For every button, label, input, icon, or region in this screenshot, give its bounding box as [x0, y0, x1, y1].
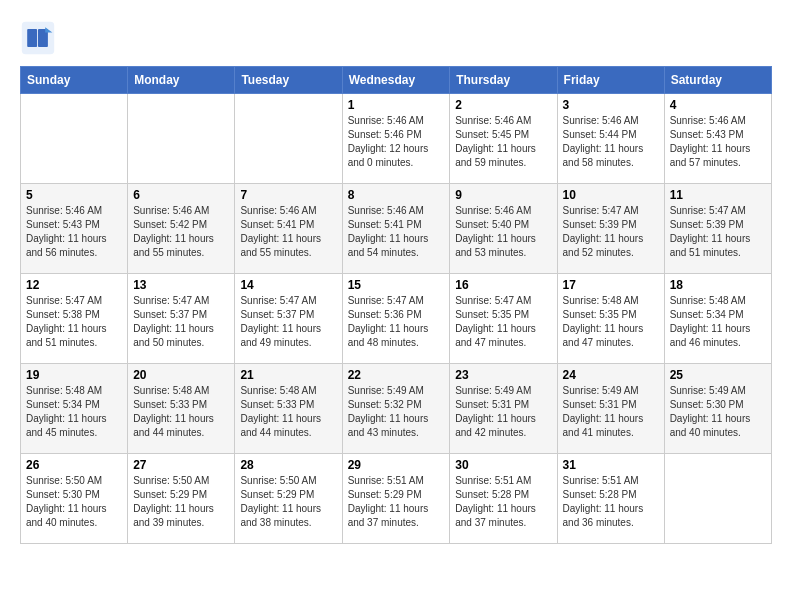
day-info: Sunrise: 5:50 AMSunset: 5:30 PMDaylight:…: [26, 474, 122, 530]
day-info: Sunrise: 5:46 AMSunset: 5:42 PMDaylight:…: [133, 204, 229, 260]
day-number: 20: [133, 368, 229, 382]
calendar-cell: 30Sunrise: 5:51 AMSunset: 5:28 PMDayligh…: [450, 454, 557, 544]
day-number: 17: [563, 278, 659, 292]
day-number: 12: [26, 278, 122, 292]
day-number: 16: [455, 278, 551, 292]
calendar-cell: 23Sunrise: 5:49 AMSunset: 5:31 PMDayligh…: [450, 364, 557, 454]
calendar-cell: 6Sunrise: 5:46 AMSunset: 5:42 PMDaylight…: [128, 184, 235, 274]
weekday-header-monday: Monday: [128, 67, 235, 94]
day-info: Sunrise: 5:46 AMSunset: 5:45 PMDaylight:…: [455, 114, 551, 170]
day-number: 6: [133, 188, 229, 202]
day-info: Sunrise: 5:46 AMSunset: 5:41 PMDaylight:…: [240, 204, 336, 260]
day-info: Sunrise: 5:47 AMSunset: 5:37 PMDaylight:…: [240, 294, 336, 350]
day-info: Sunrise: 5:51 AMSunset: 5:28 PMDaylight:…: [563, 474, 659, 530]
day-number: 19: [26, 368, 122, 382]
calendar-week-4: 19Sunrise: 5:48 AMSunset: 5:34 PMDayligh…: [21, 364, 772, 454]
day-number: 24: [563, 368, 659, 382]
day-info: Sunrise: 5:46 AMSunset: 5:44 PMDaylight:…: [563, 114, 659, 170]
day-number: 31: [563, 458, 659, 472]
calendar-cell: 2Sunrise: 5:46 AMSunset: 5:45 PMDaylight…: [450, 94, 557, 184]
calendar-week-2: 5Sunrise: 5:46 AMSunset: 5:43 PMDaylight…: [21, 184, 772, 274]
calendar-cell: 17Sunrise: 5:48 AMSunset: 5:35 PMDayligh…: [557, 274, 664, 364]
day-number: 9: [455, 188, 551, 202]
day-number: 7: [240, 188, 336, 202]
day-number: 14: [240, 278, 336, 292]
calendar-cell: 20Sunrise: 5:48 AMSunset: 5:33 PMDayligh…: [128, 364, 235, 454]
day-info: Sunrise: 5:51 AMSunset: 5:29 PMDaylight:…: [348, 474, 445, 530]
day-info: Sunrise: 5:46 AMSunset: 5:43 PMDaylight:…: [26, 204, 122, 260]
day-info: Sunrise: 5:51 AMSunset: 5:28 PMDaylight:…: [455, 474, 551, 530]
day-info: Sunrise: 5:46 AMSunset: 5:41 PMDaylight:…: [348, 204, 445, 260]
day-info: Sunrise: 5:50 AMSunset: 5:29 PMDaylight:…: [240, 474, 336, 530]
calendar-week-5: 26Sunrise: 5:50 AMSunset: 5:30 PMDayligh…: [21, 454, 772, 544]
weekday-header-tuesday: Tuesday: [235, 67, 342, 94]
calendar-cell: [128, 94, 235, 184]
calendar-cell: 29Sunrise: 5:51 AMSunset: 5:29 PMDayligh…: [342, 454, 450, 544]
calendar-cell: 3Sunrise: 5:46 AMSunset: 5:44 PMDaylight…: [557, 94, 664, 184]
calendar-cell: 21Sunrise: 5:48 AMSunset: 5:33 PMDayligh…: [235, 364, 342, 454]
day-info: Sunrise: 5:49 AMSunset: 5:32 PMDaylight:…: [348, 384, 445, 440]
page-header: [20, 20, 772, 56]
calendar-cell: 27Sunrise: 5:50 AMSunset: 5:29 PMDayligh…: [128, 454, 235, 544]
day-number: 10: [563, 188, 659, 202]
day-number: 23: [455, 368, 551, 382]
day-number: 29: [348, 458, 445, 472]
calendar-cell: 5Sunrise: 5:46 AMSunset: 5:43 PMDaylight…: [21, 184, 128, 274]
day-info: Sunrise: 5:46 AMSunset: 5:40 PMDaylight:…: [455, 204, 551, 260]
svg-rect-1: [27, 29, 37, 47]
day-info: Sunrise: 5:47 AMSunset: 5:38 PMDaylight:…: [26, 294, 122, 350]
calendar-cell: [664, 454, 771, 544]
day-info: Sunrise: 5:48 AMSunset: 5:34 PMDaylight:…: [670, 294, 766, 350]
calendar-cell: [21, 94, 128, 184]
day-number: 27: [133, 458, 229, 472]
day-number: 28: [240, 458, 336, 472]
day-info: Sunrise: 5:47 AMSunset: 5:37 PMDaylight:…: [133, 294, 229, 350]
calendar-cell: 25Sunrise: 5:49 AMSunset: 5:30 PMDayligh…: [664, 364, 771, 454]
calendar-cell: 9Sunrise: 5:46 AMSunset: 5:40 PMDaylight…: [450, 184, 557, 274]
day-number: 13: [133, 278, 229, 292]
calendar-cell: 11Sunrise: 5:47 AMSunset: 5:39 PMDayligh…: [664, 184, 771, 274]
day-number: 18: [670, 278, 766, 292]
calendar-cell: 8Sunrise: 5:46 AMSunset: 5:41 PMDaylight…: [342, 184, 450, 274]
calendar-cell: 13Sunrise: 5:47 AMSunset: 5:37 PMDayligh…: [128, 274, 235, 364]
calendar-cell: 10Sunrise: 5:47 AMSunset: 5:39 PMDayligh…: [557, 184, 664, 274]
calendar-cell: 24Sunrise: 5:49 AMSunset: 5:31 PMDayligh…: [557, 364, 664, 454]
calendar-header-row: SundayMondayTuesdayWednesdayThursdayFrid…: [21, 67, 772, 94]
weekday-header-thursday: Thursday: [450, 67, 557, 94]
calendar-week-3: 12Sunrise: 5:47 AMSunset: 5:38 PMDayligh…: [21, 274, 772, 364]
day-info: Sunrise: 5:47 AMSunset: 5:39 PMDaylight:…: [563, 204, 659, 260]
calendar-cell: [235, 94, 342, 184]
day-info: Sunrise: 5:48 AMSunset: 5:33 PMDaylight:…: [133, 384, 229, 440]
calendar-cell: 7Sunrise: 5:46 AMSunset: 5:41 PMDaylight…: [235, 184, 342, 274]
calendar-cell: 26Sunrise: 5:50 AMSunset: 5:30 PMDayligh…: [21, 454, 128, 544]
weekday-header-friday: Friday: [557, 67, 664, 94]
day-number: 30: [455, 458, 551, 472]
day-number: 22: [348, 368, 445, 382]
calendar-cell: 19Sunrise: 5:48 AMSunset: 5:34 PMDayligh…: [21, 364, 128, 454]
calendar-cell: 15Sunrise: 5:47 AMSunset: 5:36 PMDayligh…: [342, 274, 450, 364]
calendar-cell: 14Sunrise: 5:47 AMSunset: 5:37 PMDayligh…: [235, 274, 342, 364]
day-number: 25: [670, 368, 766, 382]
day-info: Sunrise: 5:46 AMSunset: 5:43 PMDaylight:…: [670, 114, 766, 170]
logo: [20, 20, 60, 56]
calendar-cell: 28Sunrise: 5:50 AMSunset: 5:29 PMDayligh…: [235, 454, 342, 544]
calendar-cell: 1Sunrise: 5:46 AMSunset: 5:46 PMDaylight…: [342, 94, 450, 184]
calendar-cell: 18Sunrise: 5:48 AMSunset: 5:34 PMDayligh…: [664, 274, 771, 364]
day-info: Sunrise: 5:48 AMSunset: 5:35 PMDaylight:…: [563, 294, 659, 350]
day-number: 15: [348, 278, 445, 292]
calendar-cell: 4Sunrise: 5:46 AMSunset: 5:43 PMDaylight…: [664, 94, 771, 184]
day-info: Sunrise: 5:47 AMSunset: 5:35 PMDaylight:…: [455, 294, 551, 350]
day-number: 3: [563, 98, 659, 112]
day-number: 4: [670, 98, 766, 112]
day-info: Sunrise: 5:49 AMSunset: 5:31 PMDaylight:…: [563, 384, 659, 440]
calendar-table: SundayMondayTuesdayWednesdayThursdayFrid…: [20, 66, 772, 544]
day-number: 1: [348, 98, 445, 112]
day-info: Sunrise: 5:47 AMSunset: 5:36 PMDaylight:…: [348, 294, 445, 350]
day-info: Sunrise: 5:48 AMSunset: 5:33 PMDaylight:…: [240, 384, 336, 440]
calendar-cell: 16Sunrise: 5:47 AMSunset: 5:35 PMDayligh…: [450, 274, 557, 364]
day-number: 8: [348, 188, 445, 202]
day-info: Sunrise: 5:46 AMSunset: 5:46 PMDaylight:…: [348, 114, 445, 170]
calendar-cell: 22Sunrise: 5:49 AMSunset: 5:32 PMDayligh…: [342, 364, 450, 454]
calendar-cell: 12Sunrise: 5:47 AMSunset: 5:38 PMDayligh…: [21, 274, 128, 364]
calendar-week-1: 1Sunrise: 5:46 AMSunset: 5:46 PMDaylight…: [21, 94, 772, 184]
